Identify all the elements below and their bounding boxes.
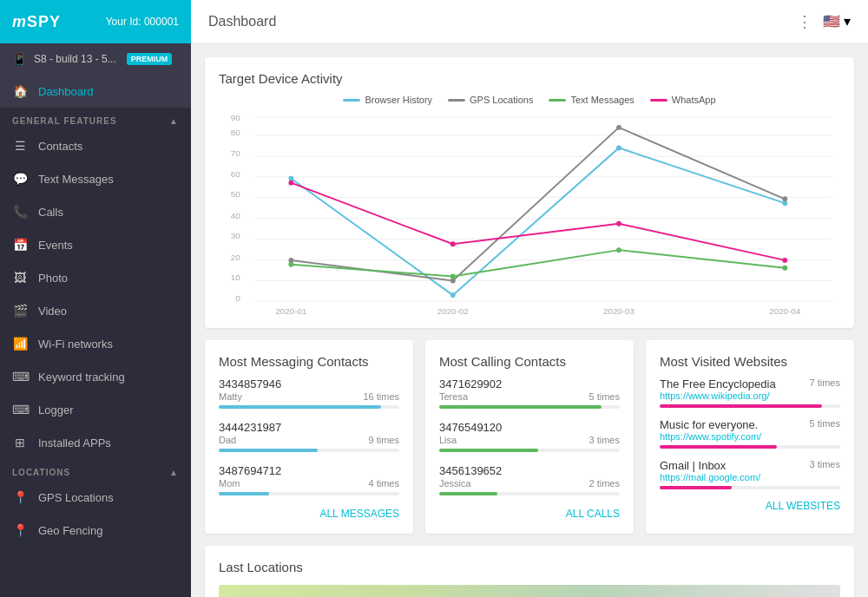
page-title: Dashboard — [208, 14, 276, 30]
website-bar-wrap-2 — [660, 486, 840, 489]
sidebar-label-contacts: Contacts — [38, 140, 82, 153]
svg-point-35 — [782, 266, 787, 271]
calling-contact-0: 3471629902 Teresa 5 times — [439, 377, 620, 409]
messaging-bar-0 — [219, 405, 381, 409]
sidebar-item-contacts[interactable]: ☰ Contacts — [0, 129, 191, 162]
sidebar-label-gps: GPS Locations — [38, 491, 114, 504]
main-content: Dashboard ⋮ 🇺🇸 ▾ Target Device Activity … — [191, 0, 868, 597]
sidebar-item-geofencing[interactable]: 📍 Geo Fencing — [0, 514, 191, 547]
messaging-name-times-2: Mom 4 times — [219, 478, 399, 489]
calling-contact-2: 3456139652 Jessica 2 times — [439, 464, 620, 495]
svg-point-32 — [288, 262, 293, 267]
svg-point-33 — [450, 274, 456, 279]
chart-svg-container: 0 10 20 30 40 50 60 70 80 90 — [219, 112, 840, 314]
messaging-bar-wrap-2 — [219, 492, 399, 495]
website-item-0: 7 times The Free Encyclopedia https://ww… — [660, 377, 840, 408]
calling-card: Most Calling Contacts 3471629902 Teresa … — [425, 340, 634, 534]
last-locations-title: Last Locations — [219, 560, 840, 578]
all-calls-link[interactable]: ALL CALLS — [439, 508, 620, 520]
calling-bar-2 — [439, 492, 497, 495]
svg-text:70: 70 — [231, 148, 240, 158]
chart-legend: Browser History GPS Locations Text Messa… — [219, 95, 840, 105]
section-locations: LOCATIONS ▲ — [0, 459, 191, 481]
websites-title: Most Visited Websites — [660, 354, 840, 369]
messaging-number-0: 3434857946 — [219, 377, 399, 390]
messaging-name-times-0: Matty 16 times — [219, 391, 399, 402]
website-bar-2 — [660, 486, 732, 489]
calls-icon: 📞 — [12, 205, 28, 219]
logo: mSPY — [12, 13, 61, 31]
sidebar-item-gps[interactable]: 📍 GPS Locations — [0, 481, 191, 514]
language-flag[interactable]: 🇺🇸 ▾ — [823, 13, 851, 30]
website-url-0[interactable]: https://www.wikipedia.org/ — [660, 390, 840, 401]
svg-point-31 — [782, 196, 787, 201]
website-url-2[interactable]: https://mail.google.com/ — [660, 472, 840, 482]
chart-title: Target Device Activity — [219, 71, 840, 86]
sidebar-item-video[interactable]: 🎬 Video — [0, 294, 191, 327]
svg-point-30 — [616, 125, 621, 130]
all-websites-link[interactable]: ALL WEBSITES — [660, 500, 840, 512]
sidebar-label-geofencing: Geo Fencing — [38, 524, 102, 537]
sidebar-item-text-messages[interactable]: 💬 Text Messages — [0, 162, 191, 195]
sidebar-item-logger[interactable]: ⌨ Logger — [0, 393, 191, 426]
sidebar-item-events[interactable]: 📅 Events — [0, 228, 191, 261]
svg-text:50: 50 — [231, 189, 240, 199]
website-bar-wrap-0 — [660, 404, 840, 408]
apps-icon: ⊞ — [12, 436, 28, 449]
svg-point-39 — [782, 258, 787, 263]
sidebar-label-video: Video — [38, 305, 67, 318]
sidebar-label-installed-apps: Installed APPs — [38, 436, 111, 449]
sidebar-item-wifi[interactable]: 📶 Wi-Fi networks — [0, 327, 191, 360]
contacts-icon: ☰ — [12, 139, 28, 153]
sidebar-label-logger: Logger — [38, 403, 73, 417]
sidebar-label-calls: Calls — [38, 206, 63, 219]
sidebar-item-photo[interactable]: 🖼 Photo — [0, 261, 191, 294]
svg-text:2020-04: 2020-04 — [769, 306, 801, 316]
gps-icon: 📍 — [12, 490, 28, 504]
all-messages-link[interactable]: ALL MESSAGES — [219, 508, 399, 520]
website-bar-1 — [660, 445, 777, 449]
messaging-card: Most Messaging Contacts 3434857946 Matty… — [205, 340, 413, 534]
sidebar-label-wifi: Wi-Fi networks — [38, 338, 113, 351]
sidebar-label-dashboard: Dashboard — [38, 85, 94, 98]
messaging-number-1: 3444231987 — [219, 421, 399, 434]
topbar-right: ⋮ 🇺🇸 ▾ — [797, 12, 851, 31]
calling-name-times-0: Teresa 5 times — [439, 391, 620, 402]
calling-bar-wrap-1 — [439, 449, 620, 452]
calling-name-times-1: Lisa 3 times — [439, 435, 620, 445]
device-name: S8 - build 13 - 5... — [34, 53, 116, 65]
sidebar-item-installed-apps[interactable]: ⊞ Installed APPs — [0, 426, 191, 459]
messaging-number-2: 3487694712 — [219, 464, 399, 477]
website-bar-0 — [660, 404, 822, 408]
messaging-contact-1: 3444231987 Dad 9 times — [219, 421, 399, 452]
svg-point-34 — [616, 247, 621, 253]
sidebar-item-dashboard[interactable]: 🏠 Dashboard — [0, 75, 191, 108]
calling-number-1: 3476549120 — [439, 421, 620, 434]
svg-text:60: 60 — [231, 169, 240, 179]
svg-point-25 — [450, 292, 456, 298]
messaging-name-times-1: Dad 9 times — [219, 435, 399, 445]
home-icon: 🏠 — [12, 84, 28, 98]
svg-text:2020-01: 2020-01 — [275, 306, 306, 316]
calling-number-2: 3456139652 — [439, 464, 620, 477]
messaging-bar-wrap-1 — [219, 449, 399, 452]
svg-point-38 — [616, 221, 621, 226]
sidebar-item-keyword[interactable]: ⌨ Keyword tracking — [0, 360, 191, 393]
photo-icon: 🖼 — [12, 271, 28, 285]
svg-text:80: 80 — [231, 128, 240, 137]
messaging-bar-1 — [219, 449, 318, 452]
calling-bar-0 — [439, 405, 602, 409]
topbar: Dashboard ⋮ 🇺🇸 ▾ — [191, 0, 868, 43]
legend-gps: GPS Locations — [448, 95, 533, 105]
website-url-1[interactable]: https://www.spotify.com/ — [660, 431, 840, 442]
user-id-label: Your Id: 000001 — [106, 16, 179, 28]
svg-point-26 — [616, 145, 621, 150]
legend-browser: Browser History — [343, 95, 432, 105]
more-options-icon[interactable]: ⋮ — [797, 12, 812, 31]
sidebar-header: mSPY Your Id: 000001 — [0, 0, 191, 43]
sidebar-item-calls[interactable]: 📞 Calls — [0, 195, 191, 228]
dashboard-content: Target Device Activity Browser History G… — [191, 43, 868, 597]
legend-dot-gps — [448, 99, 465, 102]
svg-point-37 — [450, 241, 456, 246]
svg-point-36 — [288, 180, 293, 186]
